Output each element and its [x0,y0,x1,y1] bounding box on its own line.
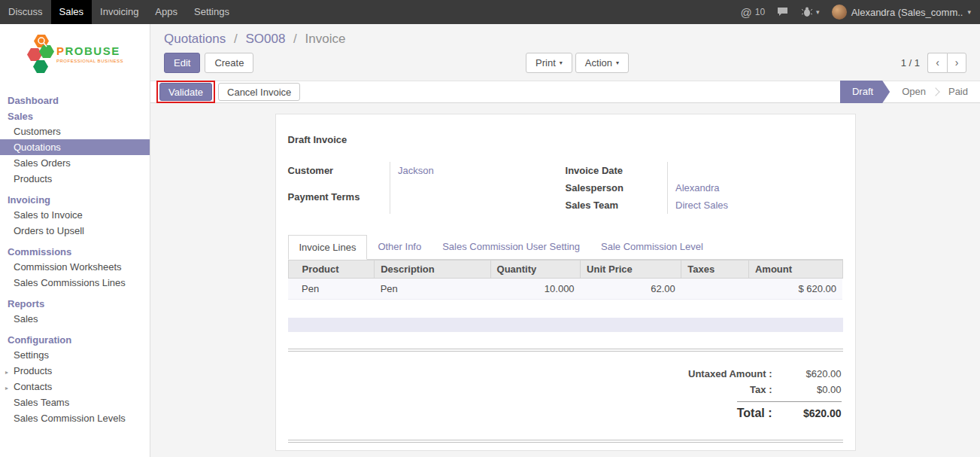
cancel-invoice-button[interactable]: Cancel Invoice [218,83,300,101]
systray: @ 10 ▾ Alexa [741,0,980,24]
breadcrumb-so008[interactable]: SO008 [245,32,285,46]
sidebar-menu: Dashboard Sales Customers Quotations Sal… [0,84,150,426]
sidebar-item-products[interactable]: Products [0,171,150,187]
invoice-date-value [668,162,843,179]
topmenu-invoicing[interactable]: Invoicing [92,0,147,24]
sidebar-section-dashboard[interactable]: Dashboard [0,92,150,108]
tab-other-info[interactable]: Other Info [367,235,432,259]
invoice-line-row[interactable]: Pen Pen 10.000 62.00 $ 620.00 [288,279,842,300]
chevron-right-icon: › [955,56,959,69]
tax-value: $0.00 [772,384,842,395]
probuse-logo-icon [27,33,54,75]
topmenu-apps[interactable]: Apps [147,0,186,24]
caret-down-icon: ▾ [816,8,820,16]
caret-right-icon: ▸ [5,382,8,394]
tab-sale-commission-level[interactable]: Sale Commission Level [590,235,714,259]
field-groups: Customer Jackson Payment Terms Invoice D… [288,162,843,214]
sidebar-section-reports[interactable]: Reports [0,295,150,311]
tax-label: Tax : [750,384,772,395]
mentions-systray[interactable]: @ 10 [741,7,766,18]
logo-text: PROBUSE PROFESSIONAL BUSINESS [56,45,123,63]
col-quantity[interactable]: Quantity [490,260,581,279]
cell-taxes [681,279,749,300]
invoice-sheet: Draft Invoice Customer Jackson Payment T… [275,114,856,451]
avatar [832,5,847,20]
cp-center-buttons: Print▾ Action▾ [526,53,629,73]
sidebar-item-commission-worksheets[interactable]: Commission Worksheets [0,259,150,275]
separator-line [288,440,843,443]
col-amount[interactable]: Amount [748,260,842,279]
sidebar-item-sales-teams[interactable]: Sales Teams [0,395,150,410]
caret-right-icon: ▸ [5,367,8,378]
pager: 1 / 1 ‹ › [901,53,966,73]
sidebar-section-configuration[interactable]: Configuration [0,331,150,347]
action-dropdown[interactable]: Action▾ [575,53,629,73]
doc-title: Draft Invoice [288,134,843,145]
topmenu-discuss[interactable]: Discuss [0,0,51,24]
col-description[interactable]: Description [375,260,490,279]
sidebar-section-invoicing[interactable]: Invoicing [0,191,150,207]
logo-title: PROBUSE [56,45,123,56]
cell-amount: $ 620.00 [748,279,842,300]
tab-sales-commission-user-setting[interactable]: Sales Commission User Setting [432,235,590,259]
salesperson-label: Salesperson [566,179,668,197]
logo-subtitle: PROFESSIONAL BUSINESS [56,59,123,63]
topmenu-settings[interactable]: Settings [186,0,238,24]
pager-next-button[interactable]: › [947,53,966,73]
sidebar-section-commissions[interactable]: Commissions [0,243,150,259]
create-button[interactable]: Create [205,53,253,73]
salesperson-value[interactable]: Alexandra [668,179,843,197]
print-dropdown[interactable]: Print▾ [526,53,572,73]
topmenu-sales[interactable]: Sales [51,0,93,24]
at-icon: @ [741,7,752,18]
user-menu[interactable]: Alexandra (Sales_comm.. ▾ [832,5,971,20]
sidebar-item-orders-to-upsell[interactable]: Orders to Upsell [0,223,150,239]
sidebar-item-sales-to-invoice[interactable]: Sales to Invoice [0,207,150,223]
app-logo[interactable]: PROBUSE PROFESSIONAL BUSINESS [0,24,150,84]
stage-draft[interactable]: Draft [840,81,890,103]
mention-count: 10 [755,7,765,17]
chat-bubble-icon [777,7,789,17]
tab-invoice-lines[interactable]: Invoice Lines [288,235,368,260]
sidebar-item-sales-report[interactable]: Sales [0,311,150,327]
breadcrumb: Quotations / SO008 / Invoice [164,32,980,47]
untaxed-amount-value: $620.00 [772,368,842,379]
col-taxes[interactable]: Taxes [681,260,749,279]
sidebar-item-quotations[interactable]: Quotations [0,139,150,155]
cp-left-buttons: Edit Create [164,53,253,73]
breadcrumb-current: Invoice [305,32,346,46]
print-label: Print [536,57,556,69]
separator-line [288,349,843,352]
edit-button[interactable]: Edit [164,53,200,73]
sidebar-item-products-config[interactable]: ▸Products [0,363,150,379]
sidebar-item-contacts[interactable]: ▸Contacts [0,379,150,395]
sidebar-item-sales-commissions-lines[interactable]: Sales Commissions Lines [0,275,150,291]
payment-terms-label: Payment Terms [288,188,390,215]
breadcrumb-separator: / [234,32,238,46]
stage-paid[interactable]: Paid [936,81,980,103]
col-product[interactable]: Product [288,260,375,279]
main-content: Quotations / SO008 / Invoice Edit Create… [150,24,980,457]
pager-buttons: ‹ › [927,53,966,73]
validate-button[interactable]: Validate [159,83,212,101]
sidebar-item-sales-orders[interactable]: Sales Orders [0,155,150,171]
sidebar-item-sales-commission-levels[interactable]: Sales Commission Levels [0,410,150,426]
total-label: Total : [737,407,772,420]
customer-value[interactable]: Jackson [390,162,555,188]
messages-systray[interactable] [777,7,789,17]
debug-systray[interactable]: ▾ [801,7,820,17]
col-unit-price[interactable]: Unit Price [581,260,681,279]
customer-label: Customer [288,162,390,188]
left-field-group: Customer Jackson Payment Terms [288,162,555,214]
sidebar-item-customers[interactable]: Customers [0,123,150,139]
bug-icon [801,7,813,17]
breadcrumb-quotations[interactable]: Quotations [164,32,226,46]
sidebar-item-settings[interactable]: Settings [0,347,150,363]
cell-quantity: 10.000 [490,279,581,300]
pager-prev-button[interactable]: ‹ [927,53,947,73]
empty-row-stripe [288,318,843,332]
sidebar-section-sales[interactable]: Sales [0,108,150,123]
status-stages: Draft Open Paid [840,81,980,103]
cell-product: Pen [288,279,375,300]
sales-team-value[interactable]: Direct Sales [668,197,843,214]
